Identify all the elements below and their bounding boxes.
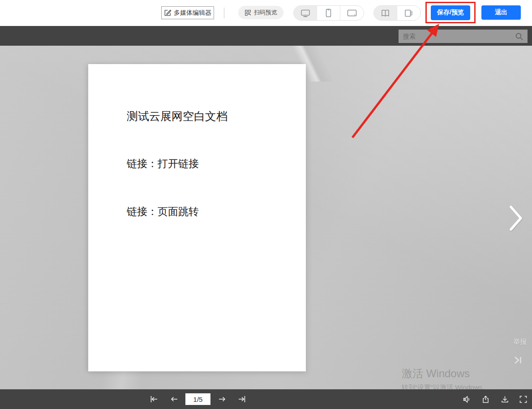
- flipbook-editor-app: 多媒体编辑器 扫码预览: [0, 0, 532, 409]
- document-link-line: 链接：打开链接: [127, 157, 199, 171]
- save-preview-button[interactable]: 保存/预览: [431, 5, 470, 20]
- prev-page-button[interactable]: [170, 395, 179, 404]
- multimedia-editor-button[interactable]: 多媒体编辑器: [161, 6, 214, 19]
- multimedia-editor-label: 多媒体编辑器: [174, 9, 211, 17]
- collapse-icon: [513, 356, 523, 365]
- first-page-button[interactable]: [149, 395, 158, 404]
- first-page-icon: [150, 395, 158, 403]
- top-toolbar: 多媒体编辑器 扫码预览: [0, 0, 532, 26]
- qr-code-icon: [245, 9, 251, 16]
- mobile-icon: [326, 9, 331, 17]
- document-page[interactable]: 测试云展网空白文档 链接：打开链接 链接：页面跳转: [88, 64, 306, 371]
- share-icon: [481, 395, 490, 404]
- annotation-highlight-box: 保存/预览: [425, 2, 476, 23]
- tablet-view-button[interactable]: [340, 6, 364, 20]
- download-icon: [501, 395, 509, 404]
- fullscreen-button[interactable]: [519, 395, 528, 404]
- scan-preview-button[interactable]: 扫码预览: [238, 6, 283, 19]
- viewer-topbar: [0, 26, 532, 46]
- volume-icon: [463, 395, 471, 404]
- search-box[interactable]: [399, 30, 528, 43]
- toolbar-divider: [224, 8, 224, 18]
- mobile-view-button[interactable]: [317, 6, 340, 20]
- scan-preview-label: 扫码预览: [254, 9, 277, 17]
- document-link-line: 链接：页面跳转: [127, 205, 199, 219]
- desktop-icon: [300, 9, 310, 17]
- device-toggle-group: [293, 5, 364, 21]
- watermark-line: 转到“设置”以激活 Windows。: [402, 383, 489, 389]
- bottom-toolbar: [0, 389, 532, 409]
- double-page-view-button[interactable]: [374, 6, 397, 20]
- page-layout-toggle-group: [373, 5, 421, 21]
- tablet-icon: [347, 9, 357, 17]
- last-page-icon: [238, 395, 246, 403]
- open-book-icon: [381, 9, 390, 17]
- next-page-icon: [218, 395, 226, 403]
- volume-button[interactable]: [462, 395, 471, 404]
- search-icon[interactable]: [515, 32, 523, 41]
- desktop-view-button[interactable]: [294, 6, 317, 20]
- next-page-button[interactable]: [218, 395, 227, 404]
- search-input[interactable]: [399, 33, 515, 40]
- document-title: 测试云展网空白文档: [127, 109, 227, 124]
- page-indicator-input[interactable]: [185, 393, 210, 405]
- watermark-line: 激活 Windows: [402, 366, 489, 381]
- prev-page-icon: [170, 395, 178, 403]
- last-page-button[interactable]: [237, 395, 246, 404]
- single-page-view-button[interactable]: [397, 6, 420, 20]
- share-button[interactable]: [481, 395, 490, 404]
- viewer-stage: 测试云展网空白文档 链接：打开链接 链接：页面跳转 举报 激活 Windows …: [0, 46, 532, 389]
- single-page-icon: [404, 9, 413, 17]
- next-page-arrow[interactable]: [509, 205, 527, 232]
- windows-activation-watermark: 激活 Windows 转到“设置”以激活 Windows。: [402, 366, 489, 389]
- edit-icon: [164, 9, 172, 17]
- exit-button[interactable]: 退出: [481, 5, 521, 20]
- fullscreen-icon: [519, 395, 528, 404]
- report-link[interactable]: 举报: [513, 338, 527, 346]
- download-button[interactable]: [500, 395, 509, 404]
- collapse-panel-button[interactable]: [513, 356, 523, 365]
